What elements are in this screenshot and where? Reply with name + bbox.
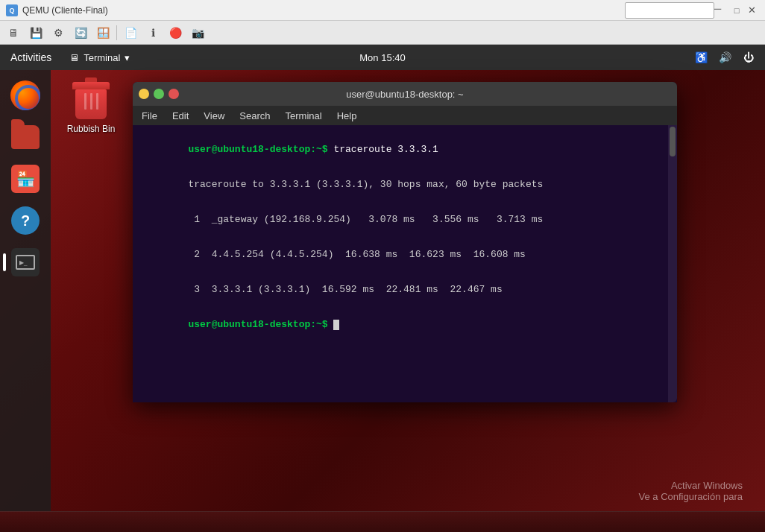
- info-toolbar-btn[interactable]: ℹ: [142, 23, 163, 42]
- qemu-titlebar-controls: ─ □ ✕: [625, 2, 759, 19]
- terminal-line-4: 3 3.3.3.1 (3.3.3.1) 16.592 ms 22.481 ms …: [142, 273, 668, 306]
- dock-item-firefox[interactable]: [7, 77, 43, 113]
- qemu-titlebar: Q QEMU (Cliente-Final) ─ □ ✕: [0, 0, 765, 21]
- stop-toolbar-btn[interactable]: 🔴: [165, 23, 186, 42]
- volume-icon[interactable]: 🔊: [714, 47, 735, 68]
- terminal-panel-label: Terminal: [84, 52, 120, 63]
- dock-item-help[interactable]: ?: [7, 203, 43, 238]
- firefox-icon: [10, 80, 40, 110]
- terminal-line-3: 2 4.4.5.254 (4.4.5.254) 16.638 ms 16.623…: [142, 238, 668, 271]
- settings-toolbar-btn[interactable]: ⚙: [48, 23, 69, 42]
- terminal-close-btn[interactable]: [169, 89, 179, 99]
- qemu-toolbar: 🖥 💾 ⚙ 🔄 🪟 📄 ℹ 🔴 📷: [0, 21, 765, 45]
- files-icon: [11, 125, 40, 149]
- terminal-title: user@ubuntu18-desktop: ~: [346, 89, 463, 100]
- bin-lid: [72, 82, 110, 89]
- rubbish-bin-icon: [73, 82, 109, 121]
- terminal-dock-icon: [11, 248, 40, 276]
- terminal-prompt-1: user@ubuntu18-desktop:~$: [188, 144, 327, 155]
- rubbish-bin-label: Rubbish Bin: [67, 124, 116, 134]
- watermark-line1: Activar Windows: [639, 480, 743, 491]
- bin-line-3: [96, 93, 98, 110]
- terminal-line-cmd: user@ubuntu18-desktop:~$ traceroute 3.3.…: [142, 133, 668, 166]
- dock-item-files[interactable]: [7, 119, 43, 155]
- activities-button[interactable]: Activities: [0, 45, 62, 70]
- refresh-toolbar-btn[interactable]: 🔄: [70, 23, 91, 42]
- qemu-title: QEMU (Cliente-Final): [22, 5, 108, 16]
- terminal-cursor: [333, 320, 339, 330]
- terminal-line-2: 1 _gateway (192.168.9.254) 3.078 ms 3.55…: [142, 203, 668, 236]
- terminal-menu-help[interactable]: Help: [334, 109, 360, 123]
- screenshot-toolbar-btn[interactable]: 📷: [187, 23, 208, 42]
- terminal-menu-edit[interactable]: Edit: [169, 109, 192, 123]
- terminal-maximize-btn[interactable]: [154, 89, 164, 99]
- dock-item-software[interactable]: 🏪: [7, 161, 43, 197]
- terminal-body[interactable]: user@ubuntu18-desktop:~$ traceroute 3.3.…: [133, 125, 677, 402]
- help-icon: ?: [11, 206, 40, 235]
- qemu-search-input[interactable]: [625, 2, 714, 19]
- qemu-titlebar-left: Q QEMU (Cliente-Final): [6, 4, 108, 16]
- terminal-menu-search[interactable]: Search: [236, 109, 273, 123]
- watermark-line2: Ve a Configuración para: [639, 491, 743, 502]
- qemu-app-icon: Q: [6, 4, 18, 16]
- bin-line-1: [84, 93, 86, 110]
- maximize-button[interactable]: □: [729, 3, 744, 18]
- terminal-prompt-2: user@ubuntu18-desktop:~$: [188, 319, 327, 330]
- rubbish-bin-desktop-icon[interactable]: Rubbish Bin: [61, 82, 121, 134]
- terminal-panel-icon: 🖥: [69, 52, 79, 63]
- terminal-panel-indicator[interactable]: 🖥 Terminal ▾: [62, 45, 137, 70]
- terminal-scrollbar[interactable]: [668, 125, 677, 402]
- vm-bottom-bar: [0, 511, 765, 532]
- panel-clock[interactable]: Mon 15:40: [359, 52, 405, 63]
- panel-right-indicators: ♿ 🔊 ⏻: [690, 47, 765, 68]
- windows-watermark: Activar Windows Ve a Configuración para: [639, 480, 743, 502]
- windows-toolbar-btn[interactable]: 🪟: [92, 23, 113, 42]
- software-icon: 🏪: [11, 165, 40, 193]
- accessibility-icon[interactable]: ♿: [690, 47, 711, 68]
- floppy-toolbar-btn[interactable]: 💾: [25, 23, 46, 42]
- close-button[interactable]: ✕: [744, 3, 759, 18]
- toolbar-separator-1: [116, 25, 117, 40]
- power-icon[interactable]: ⏻: [738, 47, 759, 68]
- doc-toolbar-btn[interactable]: 📄: [120, 23, 141, 42]
- terminal-line-1: traceroute to 3.3.3.1 (3.3.3.1), 30 hops…: [142, 168, 668, 201]
- terminal-titlebar: user@ubuntu18-desktop: ~: [133, 82, 677, 106]
- terminal-cmd: traceroute 3.3.3.1: [328, 144, 438, 155]
- vm-content: Activities 🖥 Terminal ▾ Mon 15:40 ♿ 🔊 ⏻ …: [0, 45, 765, 532]
- terminal-minimize-btn[interactable]: [139, 89, 149, 99]
- terminal-panel-arrow: ▾: [125, 52, 130, 63]
- bin-body: [75, 89, 107, 119]
- dock-item-terminal[interactable]: [7, 244, 43, 280]
- terminal-scrollbar-thumb[interactable]: [670, 127, 676, 156]
- terminal-menu-file[interactable]: File: [139, 109, 160, 123]
- minimize-button[interactable]: ─: [714, 3, 729, 18]
- bin-lines: [75, 89, 107, 110]
- terminal-menu-terminal[interactable]: Terminal: [283, 109, 325, 123]
- ubuntu-dock: 🏪 ?: [0, 70, 51, 532]
- terminal-line-prompt2: user@ubuntu18-desktop:~$: [142, 308, 668, 341]
- ubuntu-panel: Activities 🖥 Terminal ▾ Mon 15:40 ♿ 🔊 ⏻: [0, 45, 765, 70]
- terminal-menubar: File Edit View Search Terminal Help: [133, 106, 677, 125]
- terminal-icon-inner: [16, 255, 35, 270]
- monitor-toolbar-btn[interactable]: 🖥: [3, 23, 24, 42]
- terminal-menu-view[interactable]: View: [201, 109, 227, 123]
- bin-line-2: [90, 93, 92, 110]
- terminal-window: user@ubuntu18-desktop: ~ File Edit View …: [133, 82, 677, 402]
